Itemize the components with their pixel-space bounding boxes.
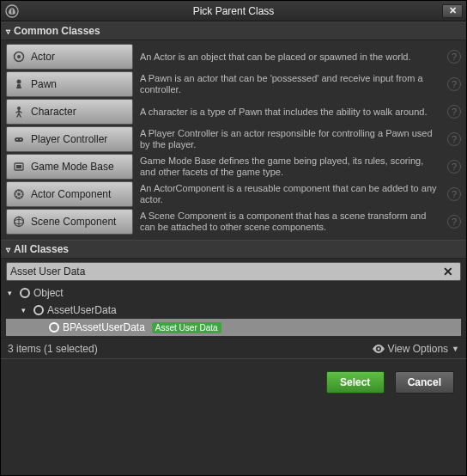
class-node-icon <box>49 322 59 333</box>
question-icon: ? <box>452 107 457 117</box>
character-icon <box>12 105 26 119</box>
class-search-field[interactable]: ✕ <box>6 262 461 281</box>
chevron-down-icon: ▼ <box>452 345 459 353</box>
class-tree: ▾Object▾AssetUserDataBPAssetUserDataAsse… <box>6 284 461 336</box>
actorcomponent-icon <box>12 187 26 201</box>
svg-point-3 <box>17 80 21 84</box>
class-button-label: Pawn <box>31 78 57 90</box>
class-search-input[interactable] <box>10 265 440 278</box>
class-button-gamemodebase[interactable]: Game Mode Base <box>6 154 133 180</box>
status-bar: 3 items (1 selected) View Options ▼ <box>1 338 466 358</box>
cancel-button-label: Cancel <box>408 376 441 388</box>
cancel-button[interactable]: Cancel <box>395 371 454 394</box>
playercontroller-icon <box>12 132 26 146</box>
question-icon: ? <box>452 189 457 199</box>
class-button-scenecomponent[interactable]: Scene Component <box>6 209 133 235</box>
common-class-row-actorcomponent: Actor ComponentAn ActorComponent is a re… <box>6 181 461 207</box>
tree-row-label: Object <box>33 287 64 299</box>
unreal-logo-icon <box>4 3 20 19</box>
class-description: An ActorComponent is a reusable componen… <box>140 183 440 205</box>
tree-row[interactable]: BPAssetUserDataAsset User Data <box>6 319 461 336</box>
svg-rect-9 <box>16 165 21 168</box>
common-class-row-scenecomponent: Scene ComponentA Scene Component is a co… <box>6 209 461 235</box>
tree-expander-icon[interactable]: ▾ <box>8 289 16 297</box>
actor-icon <box>12 50 26 64</box>
class-button-label: Actor Component <box>31 188 111 200</box>
class-button-label: Player Controller <box>31 133 107 145</box>
titlebar: Pick Parent Class ✕ <box>1 1 466 21</box>
close-icon: ✕ <box>449 5 457 16</box>
class-description: A Player Controller is an actor responsi… <box>140 128 440 150</box>
class-button-actor[interactable]: Actor <box>6 44 133 70</box>
tree-expander-icon[interactable]: ▾ <box>21 306 30 314</box>
class-node-icon <box>33 305 44 315</box>
help-button[interactable]: ? <box>447 132 461 146</box>
class-description: An Actor is an object that can be placed… <box>140 52 440 63</box>
class-node-icon <box>20 288 30 298</box>
section-title-all: All Classes <box>14 243 69 255</box>
gamemodebase-icon <box>12 160 26 174</box>
question-icon: ? <box>452 79 457 89</box>
class-button-label: Character <box>31 106 76 118</box>
class-button-label: Game Mode Base <box>31 161 114 173</box>
common-class-row-playercontroller: Player ControllerA Player Controller is … <box>6 126 461 152</box>
class-button-pawn[interactable]: Pawn <box>6 71 133 97</box>
view-options-label: View Options <box>388 343 448 355</box>
class-description: A Scene Component is a component that ha… <box>140 211 440 233</box>
pawn-icon <box>12 77 26 91</box>
class-description: A Pawn is an actor that can be 'possesse… <box>140 73 440 95</box>
svg-point-2 <box>17 55 21 58</box>
pick-parent-class-dialog: Pick Parent Class ✕ ▿ Common Classes Act… <box>0 0 467 476</box>
tree-row-label: BPAssetUserData <box>63 321 145 333</box>
tree-row[interactable]: ▾Object <box>6 284 461 302</box>
question-icon: ? <box>452 52 457 62</box>
status-text: 3 items (1 selected) <box>8 343 98 355</box>
common-class-row-pawn: PawnA Pawn is an actor that can be 'poss… <box>6 71 461 97</box>
svg-point-7 <box>20 139 21 141</box>
select-button-label: Select <box>340 376 370 388</box>
scenecomponent-icon <box>12 215 26 229</box>
help-button[interactable]: ? <box>447 50 461 64</box>
class-button-playercontroller[interactable]: Player Controller <box>6 126 133 152</box>
tree-row[interactable]: ▾AssetUserData <box>6 302 461 319</box>
all-classes-body: ✕ ▾Object▾AssetUserDataBPAssetUserDataAs… <box>1 259 466 338</box>
section-header-all[interactable]: ▿ All Classes <box>1 240 466 259</box>
svg-point-6 <box>16 139 18 141</box>
close-icon: ✕ <box>443 265 453 278</box>
collapse-icon: ▿ <box>6 245 10 254</box>
help-button[interactable]: ? <box>447 215 461 229</box>
class-button-label: Scene Component <box>31 216 116 228</box>
help-button[interactable]: ? <box>447 105 461 119</box>
common-class-row-character: CharacterA character is a type of Pawn t… <box>6 99 461 125</box>
help-button[interactable]: ? <box>447 77 461 91</box>
svg-rect-5 <box>15 137 23 142</box>
common-class-row-actor: ActorAn Actor is an object that can be p… <box>6 44 461 70</box>
section-header-common[interactable]: ▿ Common Classes <box>1 21 466 40</box>
close-button[interactable]: ✕ <box>442 4 463 18</box>
question-icon: ? <box>452 134 457 144</box>
dialog-title: Pick Parent Class <box>25 5 442 17</box>
svg-point-0 <box>6 5 18 17</box>
native-class-badge: Asset User Data <box>152 322 221 333</box>
eye-icon <box>373 345 385 353</box>
common-class-row-gamemodebase: Game Mode BaseGame Mode Base defines the… <box>6 154 461 180</box>
help-button[interactable]: ? <box>447 187 461 201</box>
class-button-actorcomponent[interactable]: Actor Component <box>6 181 133 207</box>
svg-point-11 <box>17 192 21 196</box>
collapse-icon: ▿ <box>6 27 10 36</box>
class-button-character[interactable]: Character <box>6 99 133 125</box>
dialog-footer: Select Cancel <box>1 358 466 475</box>
svg-point-14 <box>377 347 379 350</box>
class-description: A character is a type of Pawn that inclu… <box>140 107 440 118</box>
common-classes-list: ActorAn Actor is an object that can be p… <box>1 40 466 240</box>
section-title-common: Common Classes <box>14 25 100 37</box>
tree-row-label: AssetUserData <box>47 304 117 316</box>
class-description: Game Mode Base defines the game being pl… <box>140 156 440 178</box>
question-icon: ? <box>452 162 457 172</box>
select-button[interactable]: Select <box>326 371 385 394</box>
question-icon: ? <box>452 217 457 227</box>
clear-search-button[interactable]: ✕ <box>440 265 457 278</box>
class-button-label: Actor <box>31 51 55 63</box>
view-options-button[interactable]: View Options ▼ <box>373 343 459 355</box>
help-button[interactable]: ? <box>447 160 461 174</box>
